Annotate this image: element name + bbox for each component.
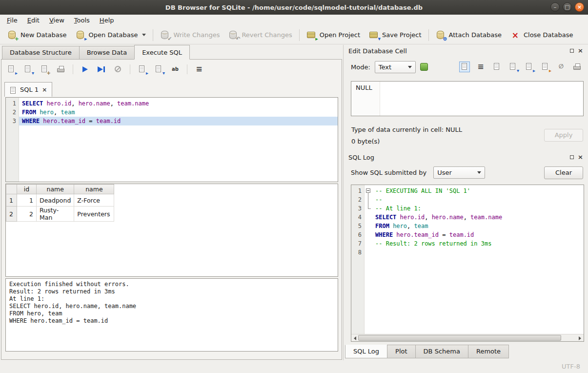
log-line: 7-- Result: 2 rows returned in 3ms (351, 239, 584, 248)
tab-execute-sql[interactable]: Execute SQL (134, 45, 190, 60)
save-sql-file-as-icon[interactable]: + (40, 64, 49, 74)
export-results-icon[interactable]: ▸ (137, 64, 147, 74)
result-cell[interactable]: Z-Force (74, 194, 114, 207)
scroll-right-icon[interactable] (576, 334, 584, 341)
save-project-button[interactable]: ▾Save Project (365, 28, 426, 42)
horizontal-scrollbar[interactable] (351, 334, 584, 341)
menu-edit[interactable]: Edit (22, 16, 44, 25)
dock-tab-bar: SQL LogPlotDB SchemaRemote (345, 345, 508, 358)
open-database-button[interactable]: ▸Open Database (71, 28, 151, 42)
find-replace-icon[interactable]: ab (170, 64, 180, 74)
result-cell[interactable]: 2 (17, 207, 37, 222)
word-wrap-cell-icon[interactable]: ≡ (476, 62, 486, 72)
menu-file[interactable]: File (2, 16, 22, 25)
tab-database-structure[interactable]: Database Structure (2, 46, 80, 60)
result-cell[interactable]: Preventers (74, 207, 114, 222)
execute-sql-panel: ▸▾+▸▾ab≡ SQL 1 × 1SELECT hero.id, hero.n… (1, 59, 342, 360)
dock-tab-plot[interactable]: Plot (387, 345, 416, 358)
cell-type-text: Type of data currently in cell: NULL (351, 126, 462, 133)
edit-cell-title: Edit Database Cell (348, 47, 407, 55)
close-database-button[interactable]: ×Close Database (506, 28, 578, 42)
menu-view[interactable]: View (44, 16, 69, 25)
clear-button[interactable]: Clear (544, 166, 583, 179)
mode-select[interactable]: Text (375, 61, 416, 73)
set-null-icon[interactable]: ∅ (556, 62, 566, 72)
menu-tools[interactable]: Tools (69, 16, 95, 25)
import-cell-data-icon[interactable]: ▸ (524, 62, 534, 72)
write-changes-button[interactable]: ✔Write Changes (156, 28, 224, 42)
line-number: 1 (6, 99, 19, 108)
chevron-down-icon (477, 171, 481, 174)
minimize-button[interactable]: – (550, 2, 560, 12)
open-project-icon: ▸ (306, 30, 316, 40)
line-number: 1 (351, 186, 365, 195)
sql-tab-label: SQL 1 (20, 86, 39, 93)
text-view-icon[interactable] (460, 62, 469, 72)
revert-changes-button[interactable]: ↶Revert Changes (224, 28, 296, 42)
open-database-icon: ▸ (76, 30, 85, 40)
tab-browse-data[interactable]: Browse Data (79, 46, 135, 60)
apply-button[interactable]: Apply (544, 129, 583, 142)
copy-cell-icon[interactable] (492, 62, 502, 72)
dock-tab-remote[interactable]: Remote (468, 345, 509, 358)
execution-log[interactable]: Execution finished without errors. Resul… (5, 278, 338, 352)
editor-line: 2FROM hero, team (6, 108, 338, 117)
scroll-left-icon[interactable] (351, 334, 359, 341)
execute-all-icon[interactable] (80, 64, 90, 74)
open-database-dropdown-icon[interactable] (142, 34, 146, 36)
dock-tab-sql-log[interactable]: SQL Log (345, 345, 387, 358)
column-header-id[interactable]: id (17, 185, 37, 194)
result-cell[interactable]: Rusty-Man (37, 207, 74, 222)
sql-log-float-icon[interactable] (570, 155, 574, 159)
new-database-button[interactable]: +New Database (3, 28, 71, 42)
edit-cell-float-icon[interactable] (570, 49, 574, 53)
print-sql-icon[interactable] (56, 64, 66, 74)
line-number: 2 (351, 195, 365, 204)
fold-collapse-icon[interactable] (365, 186, 372, 195)
save-sql-file-icon[interactable]: ▾ (23, 64, 33, 74)
open-sql-file-icon[interactable]: ▸ (6, 64, 16, 74)
save-results-icon[interactable]: ▾ (154, 64, 163, 74)
row-number[interactable]: 2 (6, 207, 17, 222)
column-header-name[interactable]: name (74, 185, 114, 194)
result-cell[interactable]: 1 (17, 194, 37, 207)
submitter-select[interactable]: User (433, 166, 485, 179)
close-button[interactable]: × (575, 2, 584, 12)
new-database-icon: + (7, 30, 17, 40)
line-number: 3 (351, 204, 365, 213)
sql-tab-close-icon[interactable]: × (42, 86, 47, 93)
sql-log-header: SQL Log × (344, 151, 588, 163)
edit-cell-close-icon[interactable]: × (578, 48, 583, 53)
menu-help[interactable]: Help (95, 16, 119, 25)
execute-current-line-icon[interactable] (97, 64, 106, 74)
auto-switch-mode-icon[interactable] (420, 63, 428, 71)
log-line: 3-- At line 1: (351, 204, 584, 213)
sql-log-view[interactable]: 1-- EXECUTING ALL IN 'SQL 1'2--3-- At li… (351, 185, 584, 342)
table-row: 11DeadpondZ-Force (6, 194, 114, 207)
result-cell[interactable]: Deadpond (37, 194, 74, 207)
mode-value: Text (379, 63, 391, 71)
attach-database-button[interactable]: ⊕Attach Database (431, 28, 506, 42)
status-bar: UTF-8 (0, 360, 588, 373)
editor-line: 1SELECT hero.id, hero.name, team.name (6, 99, 338, 108)
row-number[interactable]: 1 (6, 194, 17, 207)
log-line: 1-- EXECUTING ALL IN 'SQL 1' (351, 186, 584, 195)
sql-log-close-icon[interactable]: × (578, 155, 583, 160)
sql-editor[interactable]: 1SELECT hero.id, hero.name, team.name2FR… (5, 97, 338, 182)
line-number: 5 (351, 222, 365, 230)
cell-editor[interactable]: NULL (351, 81, 584, 116)
results-table[interactable]: idnamename11DeadpondZ-Force22Rusty-ManPr… (6, 184, 114, 222)
stop-execution-icon[interactable] (113, 64, 123, 74)
column-header-name[interactable]: name (37, 185, 74, 194)
maximize-button[interactable]: □ (563, 2, 572, 12)
scrollbar-thumb[interactable] (358, 335, 561, 341)
export-cell-data-icon[interactable]: ▸ (540, 62, 550, 72)
word-wrap-icon[interactable]: ≡ (194, 64, 204, 74)
sql-log-filter-row: Show SQL submitted by User Clear (351, 166, 583, 179)
sql-editor-tab[interactable]: SQL 1 × (4, 82, 52, 97)
save-cell-icon[interactable]: ▾ (508, 62, 518, 72)
print-cell-icon[interactable] (572, 62, 582, 72)
open-project-button[interactable]: ▸Open Project (302, 28, 365, 42)
results-corner-header[interactable] (6, 185, 17, 194)
dock-tab-db-schema[interactable]: DB Schema (415, 345, 468, 358)
